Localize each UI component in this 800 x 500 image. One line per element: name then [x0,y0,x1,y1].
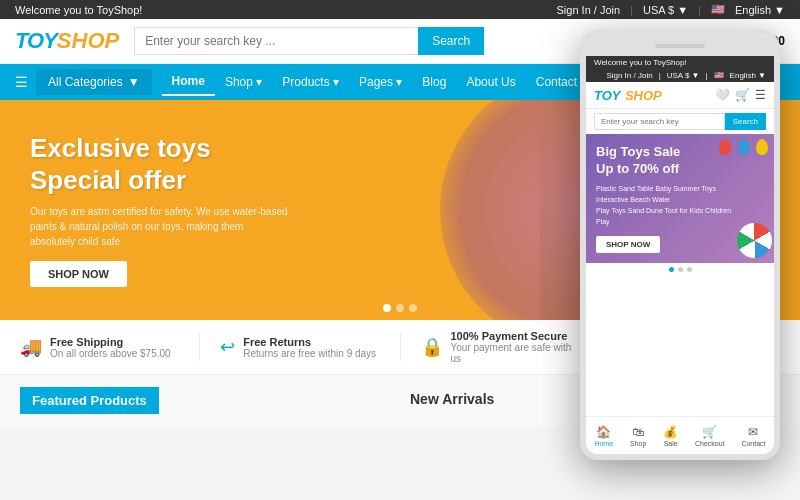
mobile-header-icons: 🤍 🛒 ☰ [715,88,766,102]
nav-shop[interactable]: Shop ▾ [215,69,272,95]
hero-title: Exclusive toysSpecial offer [30,133,290,195]
top-bar: Welcome you to ToyShop! Sign In / Join |… [0,0,800,19]
mobile-hero-dots [586,263,774,276]
feature-payment: 🔒 100% Payment Secure Your payment are s… [421,330,580,364]
mobile-nav-contact[interactable]: ✉ Contact [741,425,765,447]
feature-returns-desc: Returns are free within 9 days [243,348,376,359]
logo-toy: TOY [15,28,57,54]
feature-payment-desc: Your payment are safe with us [451,342,580,364]
divider2: | [698,4,701,16]
mobile-menu-icon[interactable]: ☰ [755,88,766,102]
mobile-logo-toy: TOY [594,88,621,103]
mobile-hero-items: Plastic Sand Table Baby Summer ToysInter… [596,183,764,228]
divider: | [630,4,633,16]
feature-divider-1 [199,332,200,362]
mobile-hero: Big Toys SaleUp to 70% off Plastic Sand … [586,134,774,263]
feature-payment-title: 100% Payment Secure [451,330,580,342]
search-button[interactable]: Search [418,27,484,55]
feature-shipping-desc: On all orders above $75.00 [50,348,171,359]
mobile-dot-2[interactable] [678,267,683,272]
mobile-dot-3[interactable] [687,267,692,272]
nav-home[interactable]: Home [162,68,215,96]
sale-icon: 💰 [663,425,678,439]
feature-shipping-text: Free Shipping On all orders above $75.00 [50,336,171,359]
feature-returns-text: Free Returns Returns are free within 9 d… [243,336,376,359]
feature-shipping: 🚚 Free Shipping On all orders above $75.… [20,336,179,359]
hero-dot-2[interactable] [396,304,404,312]
flag-icon: 🇺🇸 [711,3,725,16]
mobile-nav-home[interactable]: 🏠 Home [594,425,613,447]
search-input[interactable] [134,27,418,55]
mobile-cart-icon[interactable]: 🛒 [735,88,750,102]
shop-icon: 🛍 [632,425,644,439]
balloon-group [718,139,769,159]
featured-products: Featured Products [20,387,390,414]
feature-returns: ↩ Free Returns Returns are free within 9… [220,336,379,359]
mobile-overlay: Welcome you to ToyShop! Sign In / Join |… [580,30,780,460]
mobile-hero-shop-now[interactable]: SHOP NOW [596,236,660,253]
balloon-red [719,139,731,155]
all-categories-btn[interactable]: All Categories ▼ [36,69,152,95]
hero-content: Exclusive toysSpecial offer Our toys are… [0,108,320,311]
mobile-notch [586,36,774,56]
currency-selector[interactable]: USA $ ▼ [643,4,688,16]
payment-icon: 🔒 [421,336,443,358]
nav-pages[interactable]: Pages ▾ [349,69,412,95]
balloon-yellow [756,139,768,155]
mobile-logo[interactable]: TOY SHOP [594,86,662,104]
mobile-heart-icon[interactable]: 🤍 [715,88,730,102]
home-icon: 🏠 [596,425,611,439]
hero-dot-1[interactable] [383,304,391,312]
mobile-nav-checkout[interactable]: 🛒 Checkout [695,425,725,447]
mobile-nav-sale[interactable]: 💰 Sale [663,425,678,447]
mobile-logo-shop: SHOP [625,88,662,103]
mobile-flag: 🇺🇸 [714,71,724,80]
logo[interactable]: TOY SHOP [15,28,119,54]
mobile-signin[interactable]: Sign In / Join [606,71,652,80]
hero-desc: Our toys are astm certified for safety. … [30,204,290,249]
language-selector[interactable]: English ▼ [735,4,785,16]
mobile-header: TOY SHOP 🤍 🛒 ☰ [586,82,774,109]
mobile-lang[interactable]: English ▼ [730,71,766,80]
logo-shop: SHOP [57,28,119,54]
beach-ball [737,223,772,258]
mobile-top-bar-2: Sign In / Join | USA $ ▼ | 🇺🇸 English ▼ [586,69,774,82]
nav-about[interactable]: About Us [456,69,525,95]
nav-products[interactable]: Products ▾ [272,69,349,95]
featured-title: Featured Products [20,387,159,414]
mobile-divider2: | [706,71,708,80]
mobile-currency[interactable]: USA $ ▼ [667,71,700,80]
feature-shipping-title: Free Shipping [50,336,171,348]
mobile-welcome: Welcome you to ToyShop! [594,58,687,67]
mobile-top-bar: Welcome you to ToyShop! [586,56,774,69]
mobile-search-button[interactable]: Search [725,113,766,130]
chevron-down-icon: ▼ [128,75,140,89]
top-bar-right: Sign In / Join | USA $ ▼ | 🇺🇸 English ▼ [557,3,785,16]
signin-link[interactable]: Sign In / Join [557,4,621,16]
hamburger-icon[interactable]: ☰ [15,74,28,90]
mobile-dot-1[interactable] [669,267,674,272]
hero-dot-3[interactable] [409,304,417,312]
notch-bar [655,44,705,48]
feature-returns-title: Free Returns [243,336,376,348]
shipping-icon: 🚚 [20,336,42,358]
hero-shop-now-button[interactable]: SHOP NOW [30,261,127,287]
checkout-icon: 🛒 [702,425,717,439]
mobile-divider: | [659,71,661,80]
nav-links: Home Shop ▾ Products ▾ Pages ▾ Blog Abou… [162,68,606,96]
returns-icon: ↩ [220,336,235,358]
search-bar: Search [134,27,484,55]
mobile-bottom-nav: 🏠 Home 🛍 Shop 💰 Sale 🛒 Checkout ✉ Contac… [586,416,774,454]
balloon-blue [738,139,750,155]
mobile-search: Search [586,109,774,134]
mobile-nav-shop[interactable]: 🛍 Shop [630,425,646,447]
feature-payment-text: 100% Payment Secure Your payment are saf… [451,330,580,364]
feature-divider-2 [400,332,401,362]
nav-blog[interactable]: Blog [412,69,456,95]
hero-dots [383,304,417,312]
mobile-search-input[interactable] [594,113,725,130]
welcome-text: Welcome you to ToyShop! [15,4,142,16]
contact-icon: ✉ [748,425,758,439]
